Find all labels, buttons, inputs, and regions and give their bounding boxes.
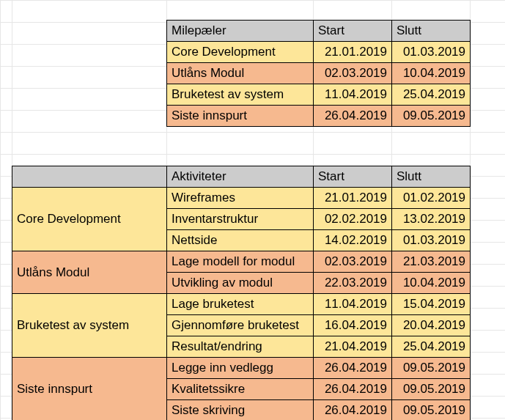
- cell-end[interactable]: 10.04.2019: [392, 63, 471, 84]
- category-cell[interactable]: Siste innspurt: [12, 358, 167, 421]
- cell-end[interactable]: 01.03.2019: [392, 230, 471, 251]
- table-row: Siste innspurtLegge inn vedlegg26.04.201…: [12, 358, 471, 379]
- cell-name[interactable]: Siste skriving: [167, 400, 314, 421]
- cell-name[interactable]: Lage bruketest: [167, 294, 314, 315]
- category-cell[interactable]: Core Development: [12, 188, 167, 251]
- cell-name[interactable]: Inventarstruktur: [167, 209, 314, 230]
- cell-start[interactable]: 11.04.2019: [314, 84, 392, 106]
- table-header-row: AktiviteterStartSlutt: [12, 166, 471, 188]
- cell-name[interactable]: Nettside: [167, 230, 314, 251]
- header-cell-name[interactable]: Milepæler: [167, 21, 314, 42]
- category-cell[interactable]: Utlåns Modul: [12, 251, 167, 294]
- cell-start[interactable]: 22.03.2019: [314, 273, 392, 294]
- header-cell-category[interactable]: [12, 166, 167, 188]
- cell-start[interactable]: 02.02.2019: [314, 209, 392, 230]
- cell-start[interactable]: 14.02.2019: [314, 230, 392, 251]
- category-cell[interactable]: Bruketest av system: [12, 294, 167, 358]
- cell-start[interactable]: 21.01.2019: [314, 188, 392, 209]
- cell-end[interactable]: 10.04.2019: [392, 273, 471, 294]
- cell-start[interactable]: 02.03.2019: [314, 251, 392, 273]
- cell-end[interactable]: 09.05.2019: [392, 379, 471, 400]
- cell-name[interactable]: Utvikling av modul: [167, 273, 314, 294]
- table-row: Utlåns Modul02.03.201910.04.2019: [167, 63, 471, 84]
- cell-start[interactable]: 26.04.2019: [314, 106, 392, 127]
- cell-name[interactable]: Core Development: [167, 42, 314, 63]
- table-row: Core Development21.01.201901.03.2019: [167, 42, 471, 63]
- cell-end[interactable]: 01.03.2019: [392, 42, 471, 63]
- cell-end[interactable]: 15.04.2019: [392, 294, 471, 315]
- cell-name[interactable]: Bruketest av system: [167, 84, 314, 106]
- cell-start[interactable]: 16.04.2019: [314, 315, 392, 336]
- table-row: Bruketest av system11.04.201925.04.2019: [167, 84, 471, 106]
- table-row: Utlåns ModulLage modell for modul02.03.2…: [12, 251, 471, 273]
- cell-start[interactable]: 11.04.2019: [314, 294, 392, 315]
- cell-name[interactable]: Utlåns Modul: [167, 63, 314, 84]
- activities-body: AktiviteterStartSluttCore DevelopmentWir…: [12, 166, 471, 421]
- cell-start[interactable]: 02.03.2019: [314, 63, 392, 84]
- cell-start[interactable]: 26.04.2019: [314, 379, 392, 400]
- header-cell-start[interactable]: Start: [314, 166, 392, 188]
- header-cell-start[interactable]: Start: [314, 21, 392, 42]
- cell-name[interactable]: Kvalitetssikre: [167, 379, 314, 400]
- table-header-row: MilepælerStartSlutt: [167, 21, 471, 42]
- header-cell-end[interactable]: Slutt: [392, 166, 471, 188]
- cell-start[interactable]: 21.01.2019: [314, 42, 392, 63]
- cell-end[interactable]: 09.05.2019: [392, 358, 471, 379]
- table-row: Bruketest av systemLage bruketest11.04.2…: [12, 294, 471, 315]
- activities-table: AktiviteterStartSluttCore DevelopmentWir…: [12, 166, 471, 420]
- header-cell-end[interactable]: Slutt: [392, 21, 471, 42]
- header-cell-name[interactable]: Aktiviteter: [167, 166, 314, 188]
- cell-name[interactable]: Resultat/endring: [167, 336, 314, 358]
- cell-start[interactable]: 26.04.2019: [314, 400, 392, 421]
- cell-name[interactable]: Lage modell for modul: [167, 251, 314, 273]
- milestones-table: MilepælerStartSluttCore Development21.01…: [166, 20, 471, 127]
- milestones-body: MilepælerStartSluttCore Development21.01…: [167, 21, 471, 127]
- cell-end[interactable]: 25.04.2019: [392, 84, 471, 106]
- cell-start[interactable]: 26.04.2019: [314, 358, 392, 379]
- cell-name[interactable]: Siste innspurt: [167, 106, 314, 127]
- cell-end[interactable]: 25.04.2019: [392, 336, 471, 358]
- cell-end[interactable]: 01.02.2019: [392, 188, 471, 209]
- cell-end[interactable]: 09.05.2019: [392, 400, 471, 421]
- cell-end[interactable]: 21.03.2019: [392, 251, 471, 273]
- table-row: Core DevelopmentWireframes21.01.201901.0…: [12, 188, 471, 209]
- cell-end[interactable]: 20.04.2019: [392, 315, 471, 336]
- cell-start[interactable]: 21.04.2019: [314, 336, 392, 358]
- cell-name[interactable]: Wireframes: [167, 188, 314, 209]
- table-row: Siste innspurt26.04.201909.05.2019: [167, 106, 471, 127]
- cell-name[interactable]: Legge inn vedlegg: [167, 358, 314, 379]
- cell-end[interactable]: 13.02.2019: [392, 209, 471, 230]
- cell-name[interactable]: Gjennomføre bruketest: [167, 315, 314, 336]
- cell-end[interactable]: 09.05.2019: [392, 106, 471, 127]
